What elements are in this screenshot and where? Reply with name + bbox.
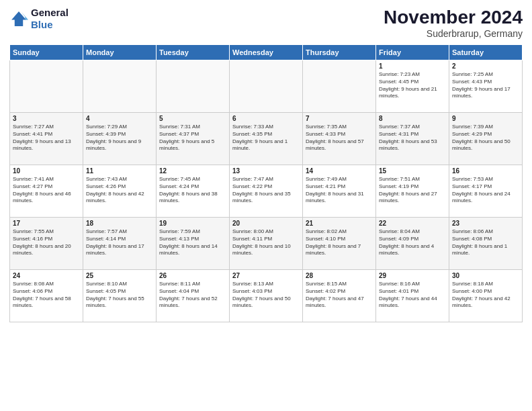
day-cell: 1Sunrise: 7:23 AMSunset: 4:45 PMDaylight… [376,60,449,113]
day-cell [303,60,376,113]
day-info: Sunrise: 8:00 AMSunset: 4:11 PMDaylight:… [232,228,300,257]
day-number: 28 [306,272,373,279]
day-number: 18 [86,220,153,227]
week-row-1: 1Sunrise: 7:23 AMSunset: 4:45 PMDaylight… [10,60,523,113]
day-cell: 28Sunrise: 8:15 AMSunset: 4:02 PMDayligh… [303,270,376,322]
day-cell [157,60,230,113]
day-cell [83,60,157,113]
day-info: Sunrise: 7:49 AMSunset: 4:21 PMDaylight:… [306,176,373,205]
day-info: Sunrise: 7:27 AMSunset: 4:41 PMDaylight:… [13,124,80,152]
day-cell [230,60,303,113]
day-cell: 22Sunrise: 8:04 AMSunset: 4:09 PMDayligh… [376,218,449,270]
day-cell: 3Sunrise: 7:27 AMSunset: 4:41 PMDaylight… [10,113,83,165]
day-cell: 18Sunrise: 7:57 AMSunset: 4:14 PMDayligh… [83,218,157,270]
day-info: Sunrise: 7:29 AMSunset: 4:39 PMDaylight:… [86,124,153,152]
day-number: 10 [13,167,80,175]
day-cell: 4Sunrise: 7:29 AMSunset: 4:39 PMDaylight… [83,113,157,165]
week-row-3: 10Sunrise: 7:41 AMSunset: 4:27 PMDayligh… [10,165,523,218]
day-number: 11 [86,167,153,175]
day-cell: 5Sunrise: 7:31 AMSunset: 4:37 PMDaylight… [157,113,230,165]
logo-text: General Blue [31,7,69,31]
day-info: Sunrise: 8:16 AMSunset: 4:01 PMDaylight:… [379,281,446,310]
day-info: Sunrise: 8:06 AMSunset: 4:08 PMDaylight:… [452,228,519,257]
day-number: 3 [13,115,80,122]
calendar-table: SundayMondayTuesdayWednesdayThursdayFrid… [9,44,523,322]
day-number: 24 [13,272,80,279]
header-thursday: Thursday [303,45,376,60]
logo-icon [9,9,28,28]
day-number: 8 [379,115,446,122]
header-friday: Friday [376,45,449,60]
day-number: 9 [452,115,519,122]
day-number: 27 [232,272,300,279]
day-info: Sunrise: 7:39 AMSunset: 4:29 PMDaylight:… [452,124,519,152]
day-cell: 7Sunrise: 7:35 AMSunset: 4:33 PMDaylight… [303,113,376,165]
day-info: Sunrise: 8:11 AMSunset: 4:04 PMDaylight:… [159,281,226,310]
day-info: Sunrise: 7:23 AMSunset: 4:45 PMDaylight:… [379,71,446,100]
day-cell: 23Sunrise: 8:06 AMSunset: 4:08 PMDayligh… [449,218,523,270]
day-cell: 15Sunrise: 7:51 AMSunset: 4:19 PMDayligh… [376,165,449,218]
day-info: Sunrise: 7:35 AMSunset: 4:33 PMDaylight:… [306,124,373,152]
day-number: 14 [306,167,373,175]
day-cell: 20Sunrise: 8:00 AMSunset: 4:11 PMDayligh… [230,218,303,270]
location: Suderbrarup, Germany [384,28,523,39]
day-info: Sunrise: 7:25 AMSunset: 4:43 PMDaylight:… [452,71,519,100]
day-info: Sunrise: 7:53 AMSunset: 4:17 PMDaylight:… [452,176,519,205]
day-cell: 13Sunrise: 7:47 AMSunset: 4:22 PMDayligh… [230,165,303,218]
title-block: November 2024 Suderbrarup, Germany [384,7,523,39]
day-info: Sunrise: 7:33 AMSunset: 4:35 PMDaylight:… [232,124,300,152]
day-info: Sunrise: 7:51 AMSunset: 4:19 PMDaylight:… [379,176,446,205]
header-sunday: Sunday [10,45,83,60]
day-cell: 11Sunrise: 7:43 AMSunset: 4:26 PMDayligh… [83,165,157,218]
day-number: 21 [306,220,373,227]
header-saturday: Saturday [449,45,523,60]
week-row-4: 17Sunrise: 7:55 AMSunset: 4:16 PMDayligh… [10,218,523,270]
day-info: Sunrise: 8:18 AMSunset: 4:00 PMDaylight:… [452,281,519,310]
day-info: Sunrise: 7:43 AMSunset: 4:26 PMDaylight:… [86,176,153,205]
week-row-2: 3Sunrise: 7:27 AMSunset: 4:41 PMDaylight… [10,113,523,165]
header-monday: Monday [83,45,157,60]
day-info: Sunrise: 8:04 AMSunset: 4:09 PMDaylight:… [379,228,446,257]
day-number: 13 [232,167,300,175]
day-cell: 8Sunrise: 7:37 AMSunset: 4:31 PMDaylight… [376,113,449,165]
day-info: Sunrise: 7:59 AMSunset: 4:13 PMDaylight:… [159,228,226,257]
day-number: 26 [159,272,226,279]
day-number: 12 [159,167,226,175]
day-info: Sunrise: 8:10 AMSunset: 4:05 PMDaylight:… [86,281,153,310]
svg-marker-0 [11,11,26,26]
header-wednesday: Wednesday [230,45,303,60]
day-cell: 19Sunrise: 7:59 AMSunset: 4:13 PMDayligh… [157,218,230,270]
day-cell: 12Sunrise: 7:45 AMSunset: 4:24 PMDayligh… [157,165,230,218]
day-info: Sunrise: 7:31 AMSunset: 4:37 PMDaylight:… [159,124,226,152]
week-row-5: 24Sunrise: 8:08 AMSunset: 4:06 PMDayligh… [10,270,523,322]
day-cell: 17Sunrise: 7:55 AMSunset: 4:16 PMDayligh… [10,218,83,270]
day-number: 1 [379,62,446,70]
day-cell: 30Sunrise: 8:18 AMSunset: 4:00 PMDayligh… [449,270,523,322]
day-number: 25 [86,272,153,279]
day-cell: 24Sunrise: 8:08 AMSunset: 4:06 PMDayligh… [10,270,83,322]
day-info: Sunrise: 7:55 AMSunset: 4:16 PMDaylight:… [13,228,80,257]
day-number: 29 [379,272,446,279]
day-cell: 29Sunrise: 8:16 AMSunset: 4:01 PMDayligh… [376,270,449,322]
day-info: Sunrise: 8:08 AMSunset: 4:06 PMDaylight:… [13,281,80,310]
page-header: General Blue November 2024 Suderbrarup, … [9,7,523,39]
day-number: 17 [13,220,80,227]
day-number: 16 [452,167,519,175]
day-info: Sunrise: 7:47 AMSunset: 4:22 PMDaylight:… [232,176,300,205]
day-info: Sunrise: 8:13 AMSunset: 4:03 PMDaylight:… [232,281,300,310]
day-number: 23 [452,220,519,227]
day-number: 6 [232,115,300,122]
day-info: Sunrise: 7:57 AMSunset: 4:14 PMDaylight:… [86,228,153,257]
day-number: 7 [306,115,373,122]
day-cell [10,60,83,113]
day-cell: 26Sunrise: 8:11 AMSunset: 4:04 PMDayligh… [157,270,230,322]
day-number: 4 [86,115,153,122]
day-cell: 10Sunrise: 7:41 AMSunset: 4:27 PMDayligh… [10,165,83,218]
day-cell: 6Sunrise: 7:33 AMSunset: 4:35 PMDaylight… [230,113,303,165]
day-number: 2 [452,62,519,70]
day-number: 20 [232,220,300,227]
day-number: 15 [379,167,446,175]
day-number: 19 [159,220,226,227]
day-info: Sunrise: 7:45 AMSunset: 4:24 PMDaylight:… [159,176,226,205]
day-number: 30 [452,272,519,279]
